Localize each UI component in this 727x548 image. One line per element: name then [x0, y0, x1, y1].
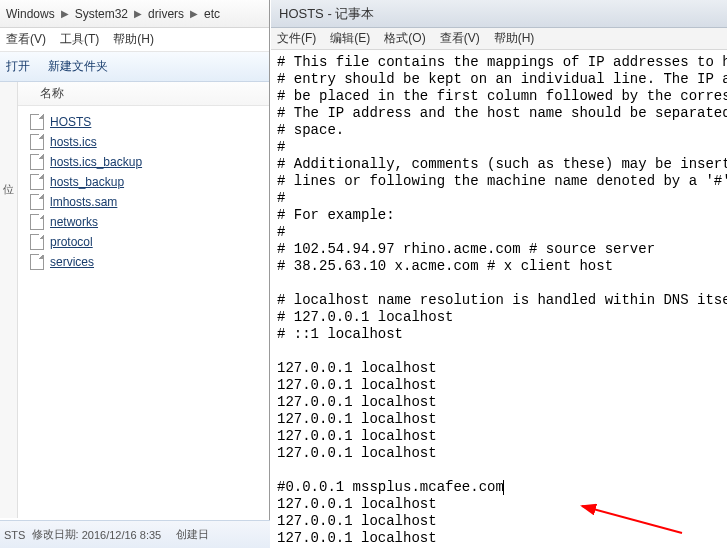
file-name-label: lmhosts.sam: [50, 195, 117, 209]
status-bar: STS 修改日期: 2016/12/16 8:35 创建日: [0, 520, 270, 548]
file-icon: [30, 174, 44, 190]
chevron-right-icon: ▶: [186, 8, 202, 19]
file-item[interactable]: hosts.ics_backup: [30, 152, 269, 172]
file-item[interactable]: HOSTS: [30, 112, 269, 132]
text-content-bottom: 127.0.0.1 localhost 127.0.0.1 localhost …: [277, 496, 563, 548]
menu-view[interactable]: 查看(V): [6, 31, 46, 48]
file-icon: [30, 194, 44, 210]
notepad-textarea[interactable]: # This file contains the mappings of IP …: [271, 50, 727, 548]
file-list: HOSTShosts.icshosts.ics_backuphosts_back…: [0, 106, 269, 278]
text-content-top: # This file contains the mappings of IP …: [277, 54, 727, 495]
nav-pane-strip: 位: [0, 82, 18, 518]
status-modified-label: 修改日期:: [32, 527, 79, 542]
menu-format[interactable]: 格式(O): [384, 30, 425, 47]
notepad-titlebar: HOSTS - 记事本: [271, 0, 727, 28]
file-name-label: hosts.ics: [50, 135, 97, 149]
menu-edit[interactable]: 编辑(E): [330, 30, 370, 47]
chevron-right-icon: ▶: [130, 8, 146, 19]
menu-file[interactable]: 文件(F): [277, 30, 316, 47]
file-icon: [30, 254, 44, 270]
status-filetype: STS: [4, 529, 25, 541]
file-name-label: networks: [50, 215, 98, 229]
file-icon: [30, 214, 44, 230]
breadcrumb[interactable]: Windows ▶ System32 ▶ drivers ▶ etc: [0, 0, 269, 28]
file-icon: [30, 154, 44, 170]
notepad-menubar: 文件(F) 编辑(E) 格式(O) 查看(V) 帮助(H): [271, 28, 727, 50]
file-icon: [30, 114, 44, 130]
file-item[interactable]: services: [30, 252, 269, 272]
menu-view[interactable]: 查看(V): [440, 30, 480, 47]
file-icon: [30, 134, 44, 150]
file-name-label: HOSTS: [50, 115, 91, 129]
toolbar-new-folder-button[interactable]: 新建文件夹: [48, 58, 108, 75]
file-item[interactable]: networks: [30, 212, 269, 232]
file-item[interactable]: hosts.ics: [30, 132, 269, 152]
explorer-menubar: 查看(V) 工具(T) 帮助(H): [0, 28, 269, 52]
explorer-window: Windows ▶ System32 ▶ drivers ▶ etc 查看(V)…: [0, 0, 270, 548]
status-modified-value: 2016/12/16 8:35: [82, 529, 162, 541]
file-item[interactable]: protocol: [30, 232, 269, 252]
breadcrumb-part[interactable]: Windows: [4, 7, 57, 21]
breadcrumb-part[interactable]: System32: [73, 7, 130, 21]
file-name-label: hosts_backup: [50, 175, 124, 189]
notepad-window: HOSTS - 记事本 文件(F) 编辑(E) 格式(O) 查看(V) 帮助(H…: [271, 0, 727, 548]
breadcrumb-part[interactable]: etc: [202, 7, 222, 21]
file-icon: [30, 234, 44, 250]
status-created-label: 创建日: [176, 527, 209, 542]
menu-tools[interactable]: 工具(T): [60, 31, 99, 48]
menu-help[interactable]: 帮助(H): [494, 30, 535, 47]
column-header-name[interactable]: 名称: [0, 82, 269, 106]
file-item[interactable]: hosts_backup: [30, 172, 269, 192]
chevron-right-icon: ▶: [57, 8, 73, 19]
explorer-toolbar: 打开 新建文件夹: [0, 52, 269, 82]
file-item[interactable]: lmhosts.sam: [30, 192, 269, 212]
text-caret: [503, 480, 504, 495]
toolbar-open-button[interactable]: 打开: [6, 58, 30, 75]
file-name-label: hosts.ics_backup: [50, 155, 142, 169]
breadcrumb-part[interactable]: drivers: [146, 7, 186, 21]
menu-help[interactable]: 帮助(H): [113, 31, 154, 48]
file-name-label: services: [50, 255, 94, 269]
file-name-label: protocol: [50, 235, 93, 249]
